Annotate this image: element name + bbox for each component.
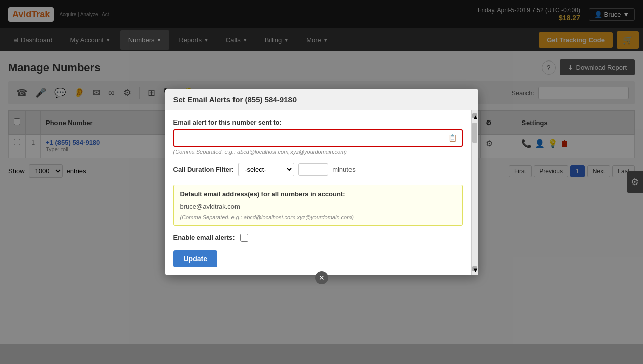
enable-email-row: Enable email alerts: [173,234,463,242]
email-alert-label: Email alert for this number sent to: [173,118,463,126]
scroll-thumb [472,123,477,143]
modal-wrapper: Set Email Alerts for (855) 584-9180 Emai… [165,89,478,275]
email-alert-group: Email alert for this number sent to: 📋 (… [173,118,463,155]
modal-title: Set Email Alerts for (855) 584-9180 [173,95,297,104]
enable-email-checkbox[interactable] [240,234,248,242]
default-email-section: Default email address(es) for all number… [173,185,463,226]
email-copy-icon[interactable]: 📋 [444,132,461,144]
modal-body: Email alert for this number sent to: 📋 (… [165,110,471,275]
email-input-wrapper: 📋 [173,129,463,147]
duration-select[interactable]: -select- Greater than Less than Equal to [238,163,294,176]
default-title-rest: email address(es) for all numbers in acc… [202,190,345,198]
modal-overlay: Set Email Alerts for (855) 584-9180 Emai… [0,0,643,344]
modal-close-button[interactable]: ✕ [315,271,328,284]
email-alert-input[interactable] [176,131,442,145]
modal-body-area: Email alert for this number sent to: 📋 (… [165,110,478,275]
scroll-down-arrow: ▼ [472,266,477,271]
duration-value-input[interactable] [298,163,328,176]
duration-unit: minutes [332,166,356,173]
modal-scrollbar[interactable]: ▲ ▼ [471,110,478,275]
enable-label: Enable email alerts: [173,234,235,241]
default-underline: Default [180,190,202,198]
duration-filter-row: Call Duration Filter: -select- Greater t… [173,163,463,176]
default-email-title: Default email address(es) for all number… [180,190,456,198]
default-email-hint: (Comma Separated. e.g.: abcd@localhost.c… [180,214,456,220]
email-input-inner: 📋 [176,131,461,145]
modal-header: Set Email Alerts for (855) 584-9180 [165,89,478,110]
default-email-value: bruce@avidtrak.com [180,201,456,212]
email-alerts-modal: Set Email Alerts for (855) 584-9180 Emai… [165,89,478,275]
update-button[interactable]: Update [173,250,217,267]
scroll-up-arrow: ▲ [472,113,477,118]
email-hint: (Comma Separated. e.g.: abcd@localhost.c… [173,149,463,155]
duration-label: Call Duration Filter: [173,166,235,173]
